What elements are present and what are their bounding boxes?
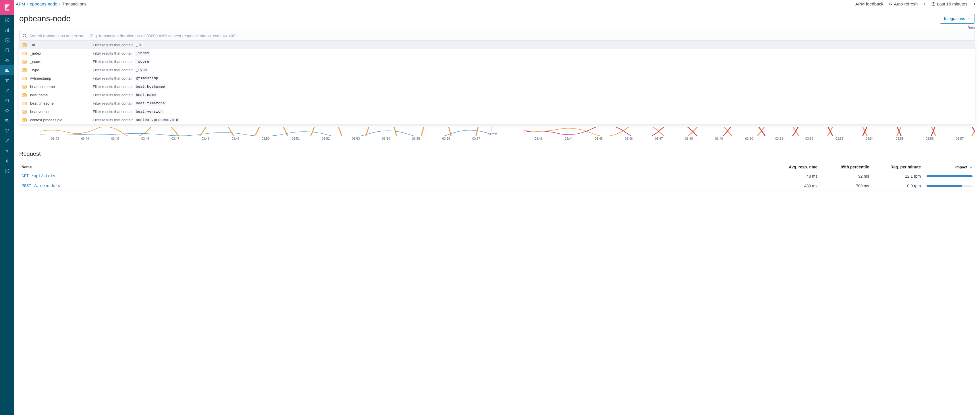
autocomplete-item[interactable]: beat.version Filter results that contain… — [19, 107, 975, 116]
autocomplete-item[interactable]: @timestamp Filter results that contain @… — [19, 74, 975, 83]
filter-code: @timestamp — [135, 76, 159, 81]
svg-point-18 — [8, 110, 9, 111]
sidebar-item-infra[interactable] — [0, 105, 14, 115]
auto-refresh-button[interactable]: Auto-refresh — [889, 2, 918, 6]
time-next-button[interactable] — [972, 2, 976, 6]
autocomplete-item[interactable]: _type Filter results that contain _type — [19, 66, 975, 74]
sidebar-item-discover[interactable] — [0, 15, 14, 25]
sidebar-item-apm[interactable] — [0, 65, 14, 75]
filter-code: _type — [135, 67, 148, 72]
x-tick: 03:51 — [281, 137, 311, 140]
sidebar-item-uptime[interactable] — [0, 126, 14, 136]
ml-icon — [5, 98, 10, 103]
field-name: _id — [30, 43, 93, 47]
x-tick: 03:48 — [674, 137, 704, 140]
field-name: beat.version — [30, 110, 93, 114]
x-tick: 03:46 — [130, 137, 160, 140]
field-type-icon — [22, 85, 27, 88]
autocomplete-item[interactable]: _index Filter results that contain _inde… — [19, 49, 975, 57]
sidebar-item-visualize[interactable] — [0, 25, 14, 35]
x-tick: 03:55 — [885, 137, 915, 140]
sidebar-item-devtools[interactable] — [0, 85, 14, 96]
sidebar-item-management2[interactable] — [0, 136, 14, 146]
svg-rect-9 — [5, 69, 8, 70]
x-tick: 03:57 — [945, 137, 975, 140]
autocomplete-item[interactable]: context.process.pid Filter results that … — [19, 116, 975, 124]
x-tick: 03:53 — [824, 137, 854, 140]
field-type-icon — [22, 52, 27, 55]
svg-rect-11 — [5, 71, 9, 72]
sidebar-item-monitoring[interactable] — [0, 146, 14, 156]
integrations-button[interactable]: Integrations — [940, 14, 975, 24]
table-row: GET /api/stats 48 ms 92 ms 12.1 rpm — [19, 171, 975, 181]
transaction-link[interactable]: POST /api/orders — [22, 184, 60, 188]
breadcrumb-sep: / — [27, 2, 28, 6]
x-tick: 03:49 — [221, 137, 251, 140]
sidebar-item-play[interactable] — [0, 166, 14, 176]
th-avg[interactable]: Avg. resp. time — [766, 165, 818, 169]
field-name: beat.hostname — [30, 85, 93, 89]
x-tick: 03:44 — [70, 137, 100, 140]
kibana-logo[interactable] — [0, 0, 14, 15]
time-prev-button[interactable] — [923, 2, 926, 6]
beta-badge: Beta — [19, 26, 975, 31]
chart-y-label: 0 rpm — [489, 132, 497, 136]
svg-point-7 — [8, 50, 8, 50]
x-tick: 03:56 — [431, 137, 461, 140]
cell-p95: 789 ms — [818, 184, 869, 188]
svg-point-26 — [6, 131, 8, 132]
th-name[interactable]: Name — [22, 165, 766, 169]
filter-code: _index — [135, 51, 151, 56]
search-bar[interactable] — [19, 31, 975, 41]
autocomplete-item[interactable]: _score Filter results that contain _scor… — [19, 57, 975, 66]
filter-code: beat.timezone — [135, 101, 166, 106]
sort-desc-icon — [970, 166, 972, 168]
infra-icon — [5, 109, 10, 113]
logs-icon — [5, 118, 10, 123]
autocomplete-item[interactable]: _id Filter results that contain _id — [19, 41, 975, 49]
x-tick: 03:49 — [704, 137, 734, 140]
sidebar-item-management[interactable] — [0, 156, 14, 166]
search-input[interactable] — [29, 34, 972, 38]
apm-feedback-link[interactable]: APM feedback — [855, 2, 883, 6]
th-impact[interactable]: Impact — [921, 165, 972, 169]
gear-icon — [5, 159, 10, 163]
filter-code: context.process.pid — [135, 118, 180, 123]
autocomplete-item[interactable]: beat.name Filter results that contain be… — [19, 91, 975, 99]
cell-impact — [921, 185, 972, 187]
filter-description: Filter results that contain — [93, 43, 134, 47]
sidebar-item-dashboard[interactable] — [0, 35, 14, 45]
chart-x-axis: 03:4303:4403:4503:4603:4703:4803:4903:50… — [503, 136, 975, 140]
x-tick: 03:48 — [191, 137, 221, 140]
filter-code: beat.name — [135, 93, 157, 97]
th-p95[interactable]: 95th percentile — [818, 165, 869, 169]
transaction-link[interactable]: GET /api/stats — [22, 174, 56, 179]
autocomplete-item[interactable]: beat.timezone Filter results that contai… — [19, 99, 975, 107]
sidebar-item-ml[interactable] — [0, 96, 14, 105]
cell-p95: 92 ms — [818, 174, 869, 179]
sidebar-item-canvas[interactable] — [0, 55, 14, 65]
filter-description: Filter results that contain — [93, 68, 134, 72]
svg-point-19 — [6, 112, 8, 112]
breadcrumb-service[interactable]: opbeans-node — [30, 2, 57, 6]
time-picker-button[interactable]: Last 15 minutes — [931, 2, 967, 6]
filter-description: Filter results that contain — [93, 85, 134, 89]
svg-rect-2 — [6, 29, 8, 32]
auto-refresh-label: Auto-refresh — [894, 2, 918, 6]
th-impact-label: Impact — [955, 165, 967, 169]
svg-point-20 — [5, 110, 6, 111]
filter-description: Filter results that contain — [93, 76, 134, 80]
gear-icon — [5, 58, 10, 63]
topbar: APM / opbeans-node / Transactions APM fe… — [14, 0, 980, 8]
sidebar-item-timelion[interactable] — [0, 45, 14, 55]
section-title-request: Request — [19, 151, 975, 157]
x-tick: 03:57 — [461, 137, 492, 140]
svg-point-27 — [6, 160, 8, 162]
sidebar-item-graph[interactable] — [0, 75, 14, 85]
breadcrumb-root[interactable]: APM — [16, 2, 25, 6]
th-rpm[interactable]: Req. per minute — [869, 165, 921, 169]
autocomplete-item[interactable]: beat.hostname Filter results that contai… — [19, 83, 975, 91]
request-table: Name Avg. resp. time 95th percentile Req… — [19, 163, 975, 191]
filter-description: Filter results that contain — [93, 110, 134, 114]
sidebar-item-logs[interactable] — [0, 115, 14, 126]
